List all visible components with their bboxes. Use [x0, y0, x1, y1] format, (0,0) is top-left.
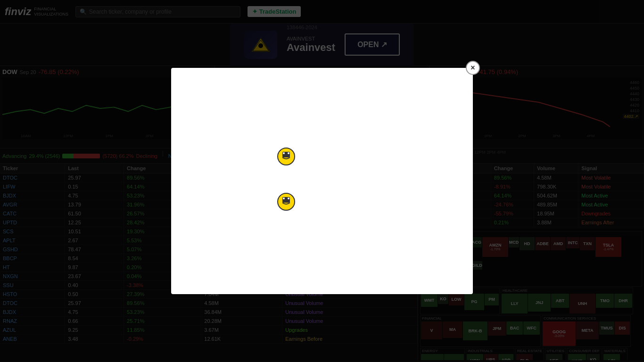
- modal-close-button[interactable]: ×: [466, 61, 480, 75]
- loading-spinner-2: [277, 192, 296, 211]
- modal: ×: [171, 68, 473, 294]
- svg-point-9: [283, 152, 285, 154]
- loading-spinner: [277, 147, 296, 166]
- modal-overlay[interactable]: ×: [0, 0, 644, 362]
- svg-point-15: [288, 197, 289, 199]
- svg-point-10: [288, 152, 289, 154]
- svg-point-14: [283, 197, 285, 199]
